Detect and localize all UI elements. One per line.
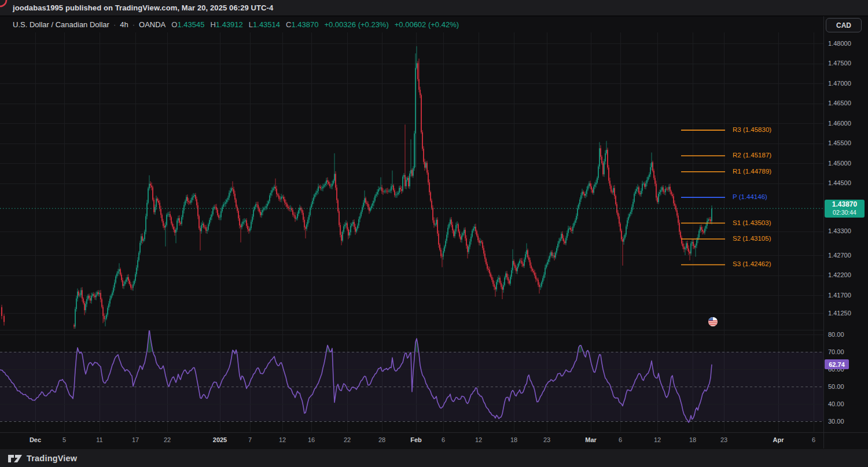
rsi-value-badge: 62.74: [825, 359, 849, 369]
ohlc-key: H: [210, 20, 215, 29]
symbol-title: U.S. Dollar / Canadian Dollar: [13, 20, 109, 29]
tradingview-logo-text[interactable]: TradingView: [27, 454, 77, 463]
ohlc-value: 1.43912: [216, 20, 243, 29]
separator: ·: [113, 20, 116, 29]
pivot-label-r1: R1 (1.44789): [733, 168, 771, 175]
rsi-axis-label: 80.00: [828, 331, 844, 338]
ohlc-key: O: [171, 20, 177, 29]
pivot-label-s3: S3 (1.42462): [733, 260, 771, 267]
chart-legend: U.S. Dollar / Canadian Dollar · 4h · OAN…: [13, 19, 459, 30]
rsi-axis-label: 30.00: [828, 418, 844, 425]
price-axis-label: 1.44500: [828, 179, 851, 186]
price-axis-label: 1.48000: [828, 40, 851, 47]
price-axis-label: 1.42200: [828, 271, 851, 278]
price-axis-label: 1.41700: [828, 292, 851, 299]
ohlc-value: 1.43545: [177, 20, 204, 29]
pivot-label-s2: S2 (1.43105): [733, 235, 771, 242]
price-axis-label: 1.45500: [828, 139, 851, 146]
price-axis-label: 1.46500: [828, 100, 851, 106]
us-flag-event-icon[interactable]: [708, 317, 718, 327]
rsi-axis-label: 40.00: [828, 400, 844, 407]
price-axis-label: 1.46000: [828, 120, 851, 127]
tradingview-logo-icon[interactable]: [8, 453, 23, 464]
price-chart-canvas[interactable]: [0, 0, 868, 467]
interval-label: 4h: [120, 20, 128, 29]
change-absolute: +0.00326 (+0.23%): [324, 20, 388, 29]
ohlc-key: L: [249, 20, 253, 29]
separator: ·: [133, 20, 135, 29]
rsi-axis-label: 70.00: [828, 348, 844, 355]
price-axis-label: 1.47000: [828, 80, 851, 87]
current-price-value: 1.43870: [832, 201, 857, 209]
price-axis-label: 1.45000: [828, 160, 851, 167]
ohlc-value: 1.43870: [291, 20, 318, 29]
ohlc-values: O1.43545H1.43912L1.43514C1.43870: [165, 20, 318, 29]
price-axis-separator: [823, 16, 824, 448]
price-axis-label: 1.43300: [828, 227, 851, 234]
price-axis-label: 1.42700: [828, 252, 851, 259]
time-axis-separator: [0, 432, 868, 433]
pivot-label-p: P (1.44146): [733, 193, 767, 200]
current-price-badge: 1.43870 02:30:44: [825, 200, 865, 218]
price-axis-label: 1.41250: [828, 310, 851, 317]
pane-divider[interactable]: [0, 330, 823, 330]
change-percent: +0.00602 (+0.42%): [395, 20, 459, 29]
ohlc-value: 1.43514: [253, 20, 280, 29]
price-axis-label: 1.47500: [828, 60, 851, 67]
branding-bar: TradingView: [0, 448, 868, 467]
tradingview-published-chart: joodabas1995 published on TradingView.co…: [0, 0, 868, 467]
exchange-label: OANDA: [139, 20, 165, 29]
pivot-label-r2: R2 (1.45187): [733, 152, 771, 159]
pivot-label-s1: S1 (1.43503): [733, 219, 771, 226]
rsi-axis-label: 50.00: [828, 383, 844, 390]
bar-countdown: 02:30:44: [833, 209, 856, 216]
pivot-label-r3: R3 (1.45830): [733, 126, 771, 133]
currency-button[interactable]: CAD: [826, 18, 862, 32]
